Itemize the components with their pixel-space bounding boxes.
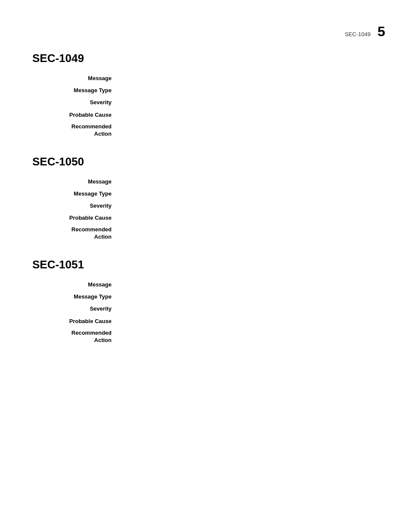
field-value-sec-1050-4 — [118, 226, 385, 241]
field-value-sec-1050-1 — [118, 190, 385, 198]
field-label-sec-1049-1: Message Type — [32, 87, 118, 94]
field-row-sec-1049-2: Severity — [32, 99, 385, 106]
field-value-sec-1051-1 — [118, 293, 385, 301]
field-value-sec-1051-2 — [118, 305, 385, 313]
field-row-sec-1050-1: Message Type — [32, 190, 385, 198]
section-title-sec-1049: SEC-1049 — [32, 52, 385, 65]
field-value-sec-1051-3 — [118, 317, 385, 325]
field-value-sec-1050-0 — [118, 178, 385, 186]
field-value-sec-1049-3 — [118, 111, 385, 119]
field-label-sec-1049-2: Severity — [32, 99, 118, 106]
field-label-sec-1049-0: Message — [32, 75, 118, 82]
field-label-sec-1051-0: Message — [32, 281, 118, 289]
field-label-sec-1049-3: Probable Cause — [32, 111, 118, 119]
field-label-sec-1050-1: Message Type — [32, 190, 118, 198]
field-row-sec-1049-4: RecommendedAction — [32, 123, 385, 138]
field-value-sec-1049-1 — [118, 87, 385, 94]
field-label-sec-1050-0: Message — [32, 178, 118, 186]
field-row-sec-1051-4: RecommendedAction — [32, 330, 385, 344]
field-row-sec-1050-0: Message — [32, 178, 385, 186]
field-label-sec-1051-2: Severity — [32, 305, 118, 313]
field-value-sec-1050-2 — [118, 202, 385, 210]
field-row-sec-1051-1: Message Type — [32, 293, 385, 301]
field-row-sec-1049-1: Message Type — [32, 87, 385, 94]
field-label-sec-1049-4: RecommendedAction — [32, 123, 118, 138]
field-value-sec-1049-0 — [118, 75, 385, 82]
field-row-sec-1050-4: RecommendedAction — [32, 226, 385, 241]
field-label-sec-1050-3: Probable Cause — [32, 214, 118, 222]
section-title-sec-1050: SEC-1050 — [32, 155, 385, 168]
field-label-sec-1050-2: Severity — [32, 202, 118, 210]
field-row-sec-1051-0: Message — [32, 281, 385, 289]
field-row-sec-1049-3: Probable Cause — [32, 111, 385, 119]
field-row-sec-1049-0: Message — [32, 75, 385, 82]
field-value-sec-1051-0 — [118, 281, 385, 289]
section-sec-1050: SEC-1050MessageMessage TypeSeverityProba… — [32, 155, 385, 241]
page-header: SEC-1049 5 — [345, 24, 385, 40]
main-content: SEC-1049MessageMessage TypeSeverityProba… — [0, 0, 411, 387]
field-row-sec-1051-2: Severity — [32, 305, 385, 313]
header-code: SEC-1049 — [345, 31, 371, 37]
section-sec-1051: SEC-1051MessageMessage TypeSeverityProba… — [32, 258, 385, 344]
field-row-sec-1051-3: Probable Cause — [32, 317, 385, 325]
field-label-sec-1051-4: RecommendedAction — [32, 330, 118, 344]
header-page-number: 5 — [377, 24, 385, 40]
field-row-sec-1050-2: Severity — [32, 202, 385, 210]
field-label-sec-1051-3: Probable Cause — [32, 317, 118, 325]
section-title-sec-1051: SEC-1051 — [32, 258, 385, 271]
section-sec-1049: SEC-1049MessageMessage TypeSeverityProba… — [32, 52, 385, 138]
field-label-sec-1050-4: RecommendedAction — [32, 226, 118, 241]
field-value-sec-1049-4 — [118, 123, 385, 138]
field-label-sec-1051-1: Message Type — [32, 293, 118, 301]
field-row-sec-1050-3: Probable Cause — [32, 214, 385, 222]
field-value-sec-1050-3 — [118, 214, 385, 222]
field-value-sec-1051-4 — [118, 330, 385, 344]
field-value-sec-1049-2 — [118, 99, 385, 106]
